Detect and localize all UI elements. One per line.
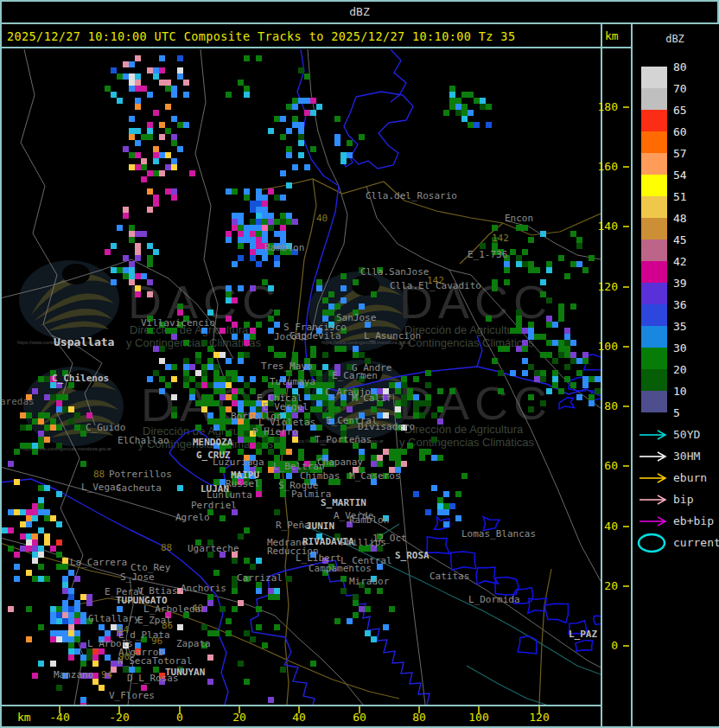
legend-band-value: 30: [673, 342, 687, 354]
legend-color-band: [641, 67, 667, 88]
legend-panel: 80706560575451484542393635302010550YD30H…: [639, 61, 719, 552]
right-axis-tick-label: 40: [604, 520, 618, 533]
legend-marker-ellipse: [639, 534, 665, 552]
legend-color-band: [641, 261, 667, 283]
bottom-axis: -40-20020406080100120: [49, 706, 549, 724]
legend-marker-label: current: [673, 536, 719, 549]
legend-color-band: [641, 326, 667, 348]
legend-band-value: 36: [673, 298, 687, 311]
legend-color-band: [641, 304, 667, 326]
legend-band-value: 39: [673, 277, 687, 290]
radar-map-canvas[interactable]: [2, 49, 601, 705]
km-unit-bottom: km: [17, 711, 31, 724]
legend-color-band: [641, 153, 667, 175]
radar-app-window: dBZ 2025/12/27 10:10:00 UTC Composite Tr…: [0, 0, 719, 728]
km-unit-top: km: [605, 29, 619, 42]
legend-marker-label: eburn: [673, 471, 707, 484]
legend-color-band: [641, 218, 667, 239]
legend-band-value: 35: [673, 320, 687, 333]
legend-band-value: 70: [673, 82, 687, 95]
legend-title: dBZ: [665, 33, 684, 45]
legend-band-value: 51: [673, 190, 687, 203]
legend-band-value: 60: [673, 125, 687, 138]
right-axis-tick-label: 0: [611, 639, 618, 652]
legend-band-value: 42: [673, 255, 687, 268]
legend-band-value: 80: [673, 61, 687, 73]
legend-marker-label: eb+bip: [673, 514, 714, 527]
legend-band-value: 57: [673, 147, 687, 160]
right-axis-tick-label: 60: [604, 459, 618, 472]
legend-marker-label: bip: [673, 493, 694, 506]
legend-color-band: [641, 131, 667, 153]
legend-color-band: [641, 283, 667, 304]
legend-band-value: 65: [673, 104, 687, 117]
legend-color-band: [641, 348, 667, 369]
legend-color-band: [641, 239, 667, 261]
legend-marker-label: 50YD: [673, 428, 700, 441]
legend-band-value: 45: [673, 233, 687, 246]
legend-band-value: 20: [673, 363, 687, 376]
legend-color-band: [641, 175, 667, 196]
legend-color-band: [641, 196, 667, 218]
legend-band-value: 54: [673, 169, 687, 182]
legend-marker-label: 30HM: [673, 450, 700, 463]
legend-color-band: [641, 391, 667, 412]
legend-color-band: [641, 110, 667, 131]
radar-scene: DACCDirección de Agriculturay Contingenc…: [0, 0, 719, 728]
legend-band-value: 10: [673, 385, 687, 398]
right-axis-tick-label: 20: [604, 579, 618, 592]
right-axis-tick-label: 80: [604, 399, 618, 412]
legend-band-value: 5: [673, 406, 680, 419]
legend-band-value: 48: [673, 212, 687, 225]
legend-color-band: [641, 369, 667, 391]
legend-color-band: [641, 88, 667, 110]
